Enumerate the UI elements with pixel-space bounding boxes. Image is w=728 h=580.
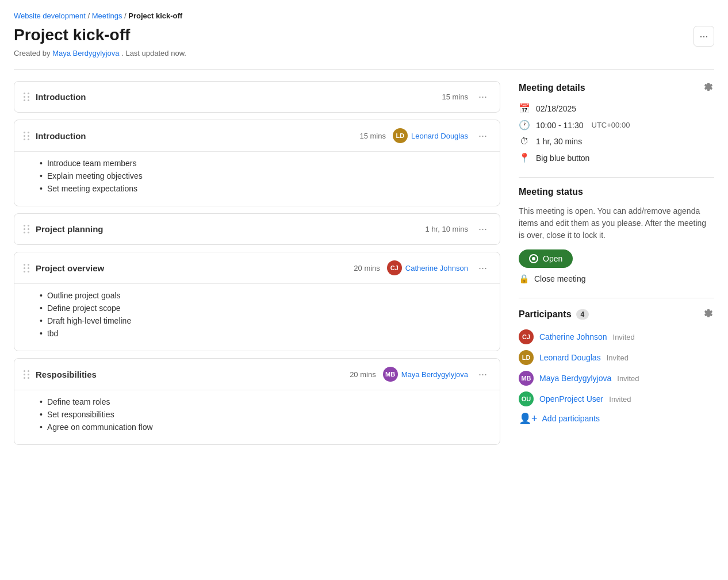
avatar-catherine-johnson: CJ [387, 260, 402, 275]
meeting-details-section: Meeting details 📅 02/18/2025 🕐 10:00 - 1… [519, 81, 714, 163]
add-participants-icon: 👤+ [519, 412, 538, 425]
breadcrumb-link-2[interactable]: Meetings [92, 11, 122, 20]
participant-name-ou[interactable]: OpenProject User [539, 394, 603, 404]
open-icon [529, 254, 538, 263]
section-title-project-overview: Project overview [36, 263, 354, 273]
participant-name-cj[interactable]: Catherine Johnson [539, 332, 607, 341]
meeting-utc: UTC+00:00 [592, 121, 630, 129]
section-header-responsibilities: Resposibilities 20 mins MB Maya Berdygyl… [14, 359, 500, 390]
agenda-item: Define team roles [40, 397, 491, 406]
assignee-catherine-johnson[interactable]: CJ Catherine Johnson [387, 260, 468, 275]
breadcrumb: Website development / Meetings / Project… [14, 11, 714, 20]
participant-status-cj: Invited [613, 333, 635, 341]
close-meeting-row[interactable]: 🔒 Close meeting [519, 274, 714, 284]
meeting-status-title: Meeting status [519, 187, 583, 197]
section-card-introduction-top: Introduction 15 mins ··· [14, 81, 500, 113]
section-duration-responsibilities: 20 mins [350, 370, 376, 379]
participant-row-ou: OU OpenProject User Invited [519, 391, 714, 406]
main-layout: Introduction 15 mins ··· Introduction [14, 81, 714, 445]
section-card-project-planning: Project planning 1 hr, 10 mins ··· [14, 213, 500, 245]
agenda-item: Agree on communication flow [40, 422, 491, 432]
agenda-item: Explain meeting objectives [40, 171, 491, 180]
timer-icon: ⏱ [519, 136, 530, 147]
sidebar-divider-1 [519, 177, 714, 178]
breadcrumb-link-1[interactable]: Website development [14, 11, 86, 20]
drag-handle[interactable] [24, 93, 30, 101]
section-menu-button-responsibilities[interactable]: ··· [475, 367, 491, 382]
clock-icon: 🕐 [519, 120, 530, 130]
page-title: Project kick-off [14, 26, 130, 44]
header-divider [14, 69, 714, 70]
participant-status-ou: Invited [609, 395, 631, 404]
avatar-leonard-douglas: LD [393, 128, 408, 143]
meeting-details-title: Meeting details [519, 83, 585, 93]
meeting-status-description: This meeting is open. You can add/remove… [519, 205, 714, 241]
section-title-introduction-top: Introduction [36, 92, 442, 102]
assignee-leonard-douglas[interactable]: LD Leonard Douglas [393, 128, 468, 143]
participants-title: Participants [519, 309, 572, 320]
drag-handle-4[interactable] [24, 264, 30, 272]
meeting-date: 02/18/2025 [536, 104, 576, 113]
participant-row-ld: LD Leonard Douglas Invited [519, 350, 714, 365]
section-title-introduction: Introduction [36, 131, 359, 141]
section-header-project-overview: Project overview 20 mins CJ Catherine Jo… [14, 252, 500, 284]
section-duration-project-overview: 20 mins [354, 264, 380, 272]
add-participants-button[interactable]: 👤+ Add participants [519, 412, 714, 425]
avatar-maya-berdygylyjova: MB [383, 367, 398, 382]
add-participants-label: Add participants [542, 414, 600, 423]
participant-name-mb[interactable]: Maya Berdygylyjova [539, 374, 611, 383]
lock-icon: 🔒 [519, 274, 530, 284]
avatar-ou-participant: OU [519, 391, 534, 406]
section-card-introduction: Introduction 15 mins LD Leonard Douglas … [14, 120, 500, 206]
section-header-introduction-top: Introduction 15 mins ··· [14, 82, 500, 112]
creator-link[interactable]: Maya Berdygylyjova [52, 49, 119, 57]
participants-section: Participants 4 CJ Catherine Johnson Invi… [519, 308, 714, 425]
page-container: Website development / Meetings / Project… [0, 0, 728, 456]
meeting-details-header: Meeting details [519, 81, 714, 95]
meeting-details-gear-button[interactable] [703, 81, 714, 95]
close-label: Close meeting [534, 274, 586, 283]
open-meeting-button[interactable]: Open [519, 249, 573, 268]
participants-gear-button[interactable] [703, 308, 714, 321]
agenda-item: Set responsibilities [40, 410, 491, 419]
section-menu-button-introduction[interactable]: ··· [475, 129, 491, 143]
agenda-items-project-overview: Outline project goals Define project sco… [14, 284, 500, 351]
drag-handle-5[interactable] [24, 370, 30, 379]
meeting-platform-row: 📍 Big blue button [519, 152, 714, 163]
drag-handle-3[interactable] [24, 225, 30, 233]
sidebar-divider-2 [519, 298, 714, 298]
section-menu-button-project-overview[interactable]: ··· [475, 261, 491, 275]
sidebar: Meeting details 📅 02/18/2025 🕐 10:00 - 1… [519, 81, 714, 445]
calendar-icon: 📅 [519, 103, 530, 114]
agenda-items-introduction: Introduce team members Explain meeting o… [14, 152, 500, 206]
meeting-duration: 1 hr, 30 mins [536, 137, 582, 146]
assignee-maya-berdygylyjova[interactable]: MB Maya Berdygylyjova [383, 367, 468, 382]
section-card-project-overview: Project overview 20 mins CJ Catherine Jo… [14, 252, 500, 351]
page-header: Project kick-off ··· [14, 26, 714, 47]
meeting-time-row: 🕐 10:00 - 11:30 UTC+00:00 [519, 120, 714, 130]
section-menu-button-introduction-top[interactable]: ··· [475, 90, 491, 104]
section-header-project-planning: Project planning 1 hr, 10 mins ··· [14, 214, 500, 244]
page-meta: Created by Maya Berdygylyjova . Last upd… [14, 49, 714, 57]
meeting-duration-row: ⏱ 1 hr, 30 mins [519, 136, 714, 147]
participant-row-cj: CJ Catherine Johnson Invited [519, 329, 714, 344]
meeting-status-section: Meeting status This meeting is open. You… [519, 187, 714, 284]
section-duration-introduction-top: 15 mins [442, 93, 468, 101]
agenda-item: Introduce team members [40, 159, 491, 168]
section-duration-introduction: 15 mins [359, 132, 386, 140]
meeting-time: 10:00 - 11:30 [536, 121, 584, 130]
section-menu-button-project-planning[interactable]: ··· [475, 222, 491, 236]
more-options-button[interactable]: ··· [693, 26, 714, 47]
section-header-introduction: Introduction 15 mins LD Leonard Douglas … [14, 120, 500, 152]
assignee-name-leonard-douglas: Leonard Douglas [411, 132, 468, 140]
agenda-item: Set meeting expectations [40, 184, 491, 193]
participant-name-ld[interactable]: Leonard Douglas [539, 353, 601, 362]
agenda-items-responsibilities: Define team roles Set responsibilities A… [14, 390, 500, 444]
assignee-name-catherine-johnson: Catherine Johnson [405, 264, 468, 272]
participant-status-mb: Invited [617, 374, 639, 383]
drag-handle-2[interactable] [24, 132, 30, 140]
agenda-item: Define project scope [40, 304, 491, 313]
participants-header: Participants 4 [519, 308, 714, 321]
section-title-responsibilities: Resposibilities [36, 370, 350, 379]
participants-count: 4 [576, 309, 589, 320]
